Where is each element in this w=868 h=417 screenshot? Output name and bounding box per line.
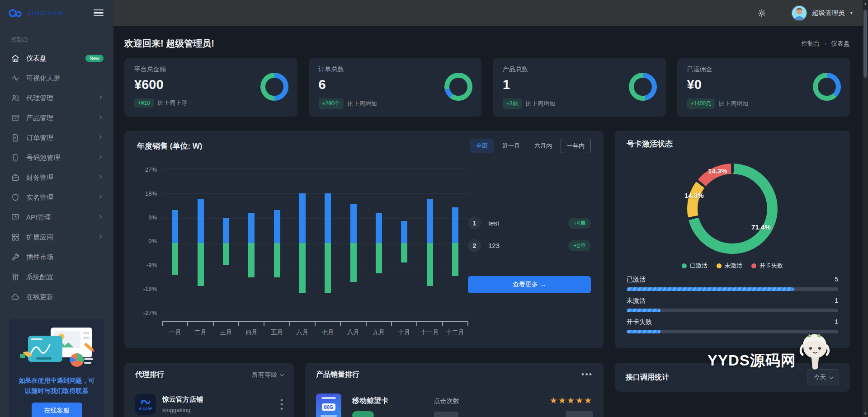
product-list-item[interactable]: 80G 移动鲸望卡 点击次数 ★★★★★	[316, 394, 593, 417]
agent-username: kinggaking	[162, 407, 203, 413]
agent-logo-icon	[141, 399, 151, 406]
bar-六月-down	[299, 243, 306, 293]
legend-dot	[682, 263, 687, 268]
help-card: 如果在使用中遇到问题，可 以随时与我们取得联系 在线客服	[9, 319, 104, 417]
scroll-down-icon[interactable]: ▼	[863, 412, 867, 416]
scroll-up-icon[interactable]: ▲	[863, 1, 867, 5]
bar-三月-down	[223, 243, 229, 265]
donut-legend: 已激活未激活开卡失败	[627, 262, 838, 270]
annual-sales-card: 年度销售 (单位: W) 全部近一月六月内一年内 27%18%9%0%-9%-1…	[124, 131, 604, 348]
progress-value: 1	[835, 318, 838, 326]
bar-二月-down	[198, 243, 204, 286]
y-axis-labels: 27%18%9%0%-9%-18%-27%	[137, 169, 157, 318]
agent-level-filter[interactable]: 所有等级	[252, 371, 283, 379]
legend-item-未激活[interactable]: 未激活	[717, 262, 742, 270]
main-content: 欢迎回来! 超级管理员! 控制台 › 仪表盘 平台总金额¥600+¥10比上周上…	[113, 26, 868, 417]
avatar	[791, 5, 807, 21]
progress-row-已激活: 已激活5	[627, 276, 838, 291]
sliders-icon	[11, 272, 20, 281]
help-text: 如果在使用中遇到问题，可 以随时与我们取得联系	[15, 375, 98, 396]
sidebar-item-extensions[interactable]: 扩展应用	[0, 227, 113, 247]
product-metric-label: 点击次数	[434, 397, 511, 405]
sidebar-item-realname[interactable]: 实名管理	[0, 187, 113, 207]
agent-ranking-card: 代理排行 所有等级 W-CARP 惊云官方店铺 kinggaking •	[124, 363, 294, 417]
stat-note: 比上周上浮	[158, 99, 187, 107]
sales-tab-2[interactable]: 六月内	[528, 139, 558, 153]
rank-number: 2	[468, 239, 481, 252]
x-axis	[162, 321, 468, 325]
product-status-pill	[352, 411, 374, 417]
legend-item-已激活[interactable]: 已激活	[682, 262, 708, 270]
rank-row-1[interactable]: 1test+4单	[468, 216, 591, 230]
sidebar-item-numberpool[interactable]: 号码池管理	[0, 148, 113, 168]
monitor-icon	[11, 213, 20, 222]
bar-五月-down	[274, 243, 280, 277]
more-menu-icon[interactable]: •••	[581, 373, 593, 376]
product-name: 移动鲸望卡	[352, 396, 429, 406]
menu-toggle-icon[interactable]	[94, 9, 104, 17]
user-name: 超级管理员	[812, 9, 845, 17]
sidebar-item-label: 系统配置	[26, 273, 53, 281]
bar-十二月-up	[452, 207, 458, 243]
sales-tab-1[interactable]: 近一月	[496, 139, 526, 153]
stats-grid: 平台总金额¥600+¥10比上周上浮订单总数6+290个比上周增加产品总数1+3…	[124, 58, 850, 117]
sales-tab-0[interactable]: 全部	[470, 139, 494, 153]
sidebar-section-label: 控制台	[0, 36, 113, 44]
api-stats-card: 接口调用统计 今天	[615, 363, 850, 392]
donut-label-activated: 71.4%	[751, 223, 771, 231]
page-scrollbar[interactable]: ▲ ▼	[863, 0, 868, 417]
sidebar-item-orders[interactable]: 订单管理	[0, 128, 113, 148]
sidebar-item-update[interactable]: 在线更新	[0, 287, 113, 307]
header-actions: 超级管理员 ▾	[113, 0, 868, 26]
scrollbar-thumb[interactable]	[863, 10, 867, 78]
chevron-down-icon	[829, 375, 834, 379]
chevron-right-icon	[98, 234, 104, 241]
stat-donut-chart	[444, 73, 472, 101]
rank-row-2[interactable]: 2123+2单	[468, 239, 591, 252]
agent-ranking-title: 代理排行	[135, 370, 164, 380]
product-image: 80G	[316, 394, 341, 417]
kebab-menu-icon[interactable]: •••	[280, 398, 283, 411]
api-range-dropdown[interactable]: 今天	[807, 369, 839, 385]
bar-plot	[162, 169, 468, 318]
bar-十一月-up	[427, 199, 433, 243]
sidebar-item-label: 代理管理	[26, 94, 53, 103]
sales-range-tabs: 全部近一月六月内一年内	[470, 139, 591, 153]
progress-value: 1	[835, 297, 838, 305]
product-ranking-title: 产品销量排行	[316, 370, 359, 380]
breadcrumb-console[interactable]: 控制台	[801, 40, 820, 48]
sidebar-item-products[interactable]: 产品管理	[0, 108, 113, 128]
sidebar-item-system[interactable]: 系统配置	[0, 267, 113, 287]
sidebar-item-api[interactable]: API管理	[0, 207, 113, 227]
agent-logo: W-CARP	[135, 394, 156, 415]
wrench-icon	[11, 253, 20, 262]
stat-donut-chart	[260, 73, 288, 101]
sidebar-item-plugins[interactable]: 插件市场	[0, 247, 113, 267]
theme-toggle-button[interactable]	[752, 0, 772, 26]
sidebar-item-finance[interactable]: 财务管理	[0, 168, 113, 187]
file-icon	[11, 133, 20, 142]
user-menu[interactable]: 超级管理员 ▾	[780, 0, 856, 26]
bar-十月-up	[401, 221, 407, 243]
stat-change-badge: +290个	[319, 98, 344, 109]
sidebar-item-label: 订单管理	[26, 134, 53, 142]
annual-sales-title: 年度销售 (单位: W)	[137, 141, 202, 151]
brand-logo[interactable]: JINGYUN	[8, 8, 64, 18]
chevron-right-icon	[98, 94, 104, 102]
sidebar-item-dashboard[interactable]: 仪表盘New	[0, 48, 113, 68]
chevron-down-icon: ▾	[850, 10, 853, 16]
stat-label: 产品总数	[503, 66, 656, 74]
sidebar-item-agents[interactable]: 代理管理	[0, 88, 113, 108]
page-title: 欢迎回来! 超级管理员!	[124, 37, 214, 50]
online-support-button[interactable]: 在线客服	[32, 403, 82, 417]
view-more-button[interactable]: 查看更多 →	[468, 276, 591, 293]
cloud-icon	[11, 292, 20, 301]
progress-track	[627, 330, 838, 333]
sales-tab-3[interactable]: 一年内	[561, 139, 591, 153]
stat-note: 比上周增加	[348, 100, 377, 108]
sidebar-item-bigscreen[interactable]: 可视化大屏	[0, 68, 113, 88]
agent-list-item[interactable]: W-CARP 惊云官方店铺 kinggaking •••	[135, 394, 283, 415]
bar-九月-down	[376, 243, 382, 273]
legend-item-开卡失败[interactable]: 开卡失败	[751, 262, 783, 270]
api-stats-title: 接口调用统计	[626, 373, 669, 382]
